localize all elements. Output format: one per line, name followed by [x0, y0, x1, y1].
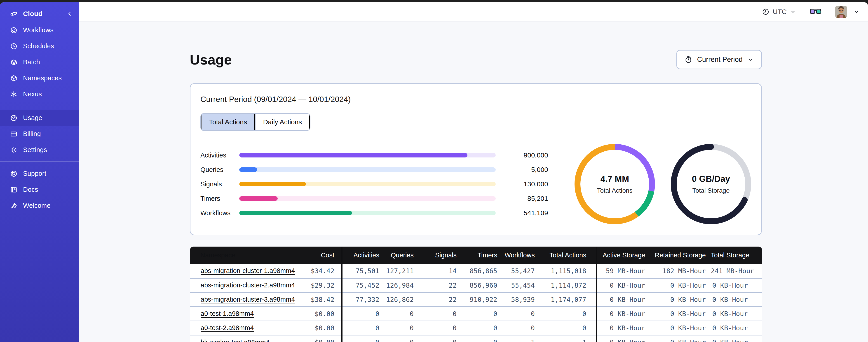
cell-queries: 126,984 — [386, 278, 421, 293]
bar-track — [239, 167, 496, 172]
sidebar-item-docs[interactable]: Docs — [0, 181, 79, 198]
bar-row-timers: Timers85,201 — [200, 195, 550, 202]
cell-total-actions: 1,114,872 — [541, 278, 596, 293]
donut-caption: Total Actions — [597, 187, 632, 194]
sidebar-nav: WorkflowsSchedulesBatchNamespacesNexusUs… — [0, 22, 79, 214]
topbar: UTC — [79, 2, 868, 22]
welcome-icon — [10, 202, 18, 210]
cell-total-storage: 241 MB-Hour — [711, 264, 762, 278]
cell-retained-storage: 0 KB-Hour — [650, 321, 711, 335]
cell-retained-storage: 0 KB-Hour — [650, 307, 711, 321]
sidebar-item-label: Workflows — [23, 26, 54, 34]
donut-caption: Total Storage — [692, 187, 730, 194]
workflows-icon — [10, 26, 18, 34]
tab-total-actions[interactable]: Total Actions — [201, 114, 255, 130]
table-body: abs-migration-cluster-1.a98mm4$34.4275,5… — [190, 264, 762, 342]
donut-value: 4.7 MM — [600, 174, 629, 184]
namespace-link[interactable]: a0-test-1.a98mm4 — [200, 310, 254, 317]
sidebar-item-settings[interactable]: Settings — [0, 142, 79, 158]
namespace-cell: a0-test-1.a98mm4 — [190, 307, 298, 321]
bar-label: Activities — [200, 151, 239, 159]
namespace-link[interactable]: abs-migration-cluster-2.a98mm4 — [200, 281, 295, 289]
chevron-down-icon — [747, 56, 754, 63]
column-header-activities: Activities — [342, 247, 386, 264]
cell-active-storage: 0 KB-Hour — [596, 307, 650, 321]
sidebar-brand: Cloud — [0, 5, 79, 22]
account-menu-chevron[interactable] — [853, 8, 860, 15]
cell-queries: 126,862 — [386, 293, 421, 307]
cell-activities: 0 — [342, 321, 386, 335]
cell-signals: 14 — [421, 264, 463, 278]
usage-donut-charts: 4.7 MMTotal Actions0 GB/DayTotal Storage — [575, 144, 751, 224]
sidebar-divider — [0, 106, 79, 106]
sidebar-item-schedules[interactable]: Schedules — [0, 38, 79, 54]
donut-value: 0 GB/Day — [692, 174, 730, 184]
user-avatar[interactable] — [835, 6, 847, 18]
actions-tab-group: Total ActionsDaily Actions — [200, 113, 310, 131]
sidebar-collapse-button[interactable] — [66, 10, 73, 18]
namespace-cell: abs-migration-cluster-1.a98mm4 — [190, 264, 298, 278]
usage-bar-chart: Activities900,000Queries5,000Signals130,… — [200, 152, 550, 216]
cell-workflows: 58,939 — [504, 293, 541, 307]
donut-center: 4.7 MMTotal Actions — [575, 144, 655, 224]
cell-active-storage: 0 KB-Hour — [596, 293, 650, 307]
cell-timers: 0 — [463, 307, 504, 321]
sidebar-item-nexus[interactable]: Nexus — [0, 86, 79, 102]
sidebar-item-label: Welcome — [23, 202, 51, 209]
namespace-link[interactable]: a0-test-2.a98mm4 — [200, 324, 254, 332]
stopwatch-icon — [684, 56, 692, 64]
bar-track — [239, 211, 496, 215]
usage-icon — [10, 114, 18, 122]
sidebar-item-label: Nexus — [23, 91, 42, 98]
cell-total-storage: 0 KB-Hour — [711, 335, 762, 342]
sidebar-item-label: Docs — [23, 186, 38, 193]
cell-workflows: 55,427 — [504, 264, 541, 278]
schedules-icon — [10, 42, 18, 50]
nexus-icon — [10, 91, 18, 98]
bar-label: Signals — [200, 180, 239, 188]
column-header-cost: Cost — [298, 247, 342, 264]
bar-label: Workflows — [200, 209, 239, 217]
timezone-selector[interactable]: UTC — [762, 8, 796, 15]
sidebar-item-welcome[interactable]: Welcome — [0, 198, 79, 214]
cell-cost: $34.42 — [298, 264, 342, 278]
namespace-cell: a0-test-2.a98mm4 — [190, 321, 298, 335]
sidebar-item-workflows[interactable]: Workflows — [0, 22, 79, 38]
cell-total-storage: 0 KB-Hour — [711, 307, 762, 321]
glasses-icon[interactable] — [810, 8, 822, 15]
sidebar-item-billing[interactable]: Billing — [0, 126, 79, 142]
sidebar-item-label: Support — [23, 170, 46, 177]
cell-active-storage: 0 KB-Hour — [596, 335, 650, 342]
namespace-link[interactable]: bk-worker-test.a98mm4 — [200, 339, 270, 342]
cell-workflows: 0 — [504, 321, 541, 335]
tab-daily-actions[interactable]: Daily Actions — [255, 114, 310, 130]
app-window: Cloud WorkflowsSchedulesBatchNamespacesN… — [0, 2, 868, 342]
column-header-total-storage: Total Storage — [711, 247, 762, 264]
namespace-link[interactable]: abs-migration-cluster-1.a98mm4 — [200, 267, 295, 274]
sidebar: Cloud WorkflowsSchedulesBatchNamespacesN… — [0, 2, 79, 342]
brand-label: Cloud — [23, 10, 42, 18]
chevron-down-icon — [853, 8, 860, 15]
table-row: abs-migration-cluster-1.a98mm4$34.4275,5… — [190, 264, 762, 278]
period-selector-button[interactable]: Current Period — [676, 50, 762, 69]
namespace-link[interactable]: abs-migration-cluster-3.a98mm4 — [200, 296, 295, 303]
cell-cost: $38.42 — [298, 293, 342, 307]
bar-value: 5,000 — [496, 166, 550, 173]
cell-retained-storage: 182 MB-Hour — [650, 264, 711, 278]
sidebar-item-usage[interactable]: Usage — [0, 110, 79, 126]
table-row: a0-test-1.a98mm4$0.000000000 KB-Hour0 KB… — [190, 307, 762, 321]
sidebar-item-support[interactable]: Support — [0, 166, 79, 181]
column-header-signals: Signals — [421, 247, 463, 264]
sidebar-item-namespaces[interactable]: Namespaces — [0, 70, 79, 86]
cell-cost: $29.32 — [298, 278, 342, 293]
cell-total-actions: 0 — [541, 321, 596, 335]
cell-timers: 0 — [463, 321, 504, 335]
cell-total-actions: 1 — [541, 335, 596, 342]
cell-signals: 22 — [421, 293, 463, 307]
bar-track — [239, 182, 496, 186]
bar-value: 900,000 — [496, 151, 550, 159]
donut-center: 0 GB/DayTotal Storage — [671, 144, 751, 224]
page-title: Usage — [190, 52, 232, 68]
sidebar-item-batch[interactable]: Batch — [0, 54, 79, 70]
bar-row-signals: Signals130,000 — [200, 181, 550, 187]
